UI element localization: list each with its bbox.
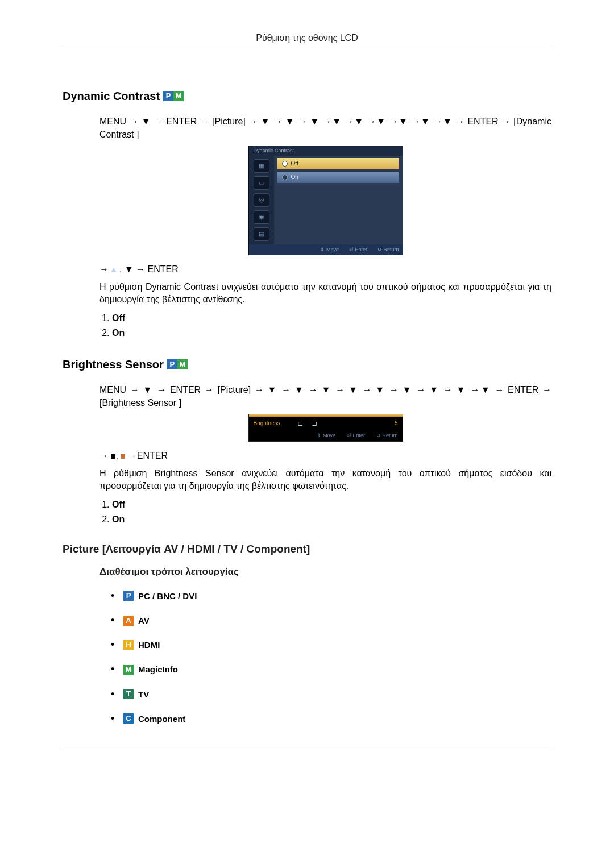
section-title-dynamic-contrast: Dynamic Contrast P M bbox=[63, 88, 551, 104]
section-title-brightness-sensor: Brightness Sensor P M bbox=[63, 356, 551, 372]
option-off: Off bbox=[112, 499, 551, 511]
badge-m-icon: M bbox=[123, 665, 134, 675]
mode-label: TV bbox=[138, 688, 149, 700]
mode-item-tv: T TV bbox=[111, 687, 551, 701]
options-list-brightness-sensor: Off On bbox=[99, 499, 551, 526]
osd-screenshot-dynamic-contrast: Dynamic Contrast ▦ ▭ ◎ ◉ ▤ Off bbox=[99, 146, 551, 255]
osd-footer-enter: ⏎ Enter bbox=[349, 246, 367, 254]
radio-icon bbox=[282, 175, 288, 180]
osd-side-icon: ▤ bbox=[254, 227, 269, 241]
mode-label: HDMI bbox=[138, 639, 160, 651]
subtitle-available-modes: Διαθέσιμοι τρόποι λειτουργίας bbox=[99, 565, 551, 579]
section-title-picture-modes: Picture [Λειτουργία AV / HDMI / TV / Com… bbox=[63, 542, 551, 557]
osd-option-label: On bbox=[291, 173, 298, 181]
osd-side-icon: ▦ bbox=[254, 159, 269, 173]
radio-icon bbox=[282, 161, 288, 167]
modes-list: P PC / BNC / DVI A AV H HDMI M MagicInfo… bbox=[111, 589, 551, 726]
osd-side-icon: ◉ bbox=[254, 210, 269, 224]
osd-footer-enter: ⏎ Enter bbox=[347, 432, 365, 439]
badge-h-icon: H bbox=[123, 640, 134, 650]
section-title-text: Dynamic Contrast bbox=[63, 88, 160, 104]
badge-p-icon: P bbox=[167, 359, 177, 369]
badges-brightness-sensor: P M bbox=[167, 359, 188, 369]
osd-option-on: On bbox=[277, 172, 399, 183]
nav-after-dynamic-contrast: → , ▼ → ENTER bbox=[99, 263, 551, 276]
header-rule bbox=[63, 49, 551, 49]
osd-footer-move: ⇕ Move bbox=[317, 432, 335, 439]
mode-label: AV bbox=[138, 614, 150, 626]
mode-label: MagicInfo bbox=[138, 663, 178, 675]
osd-option-label: Off bbox=[291, 160, 298, 168]
square-icon bbox=[111, 454, 115, 459]
section-title-text: Brightness Sensor bbox=[63, 356, 164, 372]
osd-title: Dynamic Contrast bbox=[249, 146, 403, 156]
option-off: Off bbox=[112, 312, 551, 325]
osd-side-icon: ◎ bbox=[254, 193, 269, 207]
badges-dynamic-contrast: P M bbox=[163, 91, 184, 101]
description-brightness-sensor: Η ρύθμιση Brightness Sensor ανιχνεύει αυ… bbox=[99, 467, 551, 493]
mode-item-magicinfo: M MagicInfo bbox=[111, 662, 551, 676]
mode-item-pc: P PC / BNC / DVI bbox=[111, 589, 551, 603]
osd-footer-return: ↺ Return bbox=[377, 246, 399, 254]
triangle-up-icon bbox=[111, 268, 117, 272]
badge-a-icon: A bbox=[123, 616, 134, 626]
option-on: On bbox=[112, 513, 551, 526]
badge-p-icon: P bbox=[123, 591, 134, 601]
mode-label: PC / BNC / DVI bbox=[138, 590, 197, 602]
mode-label: Component bbox=[138, 713, 185, 725]
osd-slider-bracket: ⊏ ⊐ bbox=[297, 419, 321, 429]
page-header-title: Ρύθμιση της οθόνης LCD bbox=[0, 32, 614, 44]
nav-after-brightness-sensor: → , →ENTER bbox=[99, 450, 551, 462]
mode-item-hdmi: H HDMI bbox=[111, 638, 551, 652]
badge-m-icon: M bbox=[177, 359, 188, 369]
footer-rule bbox=[63, 749, 551, 749]
description-dynamic-contrast: Η ρύθμιση Dynamic Contrast ανιχνεύει αυτ… bbox=[99, 281, 551, 306]
badge-t-icon: T bbox=[123, 689, 134, 699]
osd-value: 5 bbox=[395, 420, 398, 427]
square-icon bbox=[121, 454, 125, 459]
badge-p-icon: P bbox=[163, 91, 173, 101]
osd-label-brightness: Brightness bbox=[254, 420, 280, 427]
nav-path-brightness-sensor: MENU → ▼ → ENTER → [Picture] → ▼ → ▼ → ▼… bbox=[99, 384, 551, 409]
osd-side-icon: ▭ bbox=[254, 176, 269, 190]
mode-item-av: A AV bbox=[111, 613, 551, 628]
osd-footer-move: ⇕ Move bbox=[320, 246, 339, 254]
nav-path-dynamic-contrast: MENU → ▼ → ENTER → [Picture] → ▼ → ▼ → ▼… bbox=[99, 115, 551, 141]
badge-m-icon: M bbox=[173, 91, 184, 101]
option-on: On bbox=[112, 327, 551, 339]
options-list-dynamic-contrast: Off On bbox=[99, 312, 551, 340]
osd-option-off: Off bbox=[277, 158, 399, 169]
osd-screenshot-brightness-sensor: Brightness ⊏ ⊐ 5 ⇕ Move ⏎ Enter ↺ Return bbox=[99, 414, 551, 442]
badge-c-icon: C bbox=[123, 713, 134, 724]
osd-footer-return: ↺ Return bbox=[376, 432, 398, 439]
mode-item-component: C Component bbox=[111, 712, 551, 726]
